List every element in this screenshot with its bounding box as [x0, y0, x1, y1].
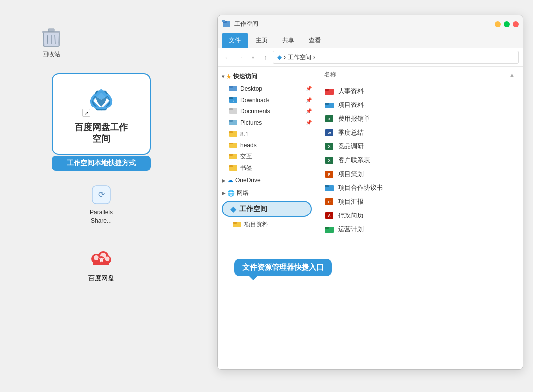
close-btn[interactable]	[513, 21, 519, 27]
nav-item-project[interactable]: 项目资料	[218, 219, 316, 230]
file-item-huibao[interactable]: P 项目汇报	[324, 195, 515, 209]
svg-rect-22	[229, 86, 233, 88]
file-item-jianli[interactable]: A 行政简历	[324, 209, 515, 222]
folder-81-icon	[229, 130, 237, 138]
nav-pane: ▾ ★ 快速访问 Desktop 📌 ↓ Dow	[218, 67, 316, 369]
file-icon-kehu: X	[324, 155, 334, 165]
baidu-pan-icon[interactable]: 百 百度网盘	[87, 244, 115, 283]
folder-project-icon	[233, 220, 241, 229]
svg-rect-35	[229, 143, 233, 144]
file-item-xiangmucehua[interactable]: P 项目策划	[324, 167, 515, 181]
svg-text:X: X	[328, 159, 331, 162]
nav-item-heads[interactable]: heads	[218, 140, 316, 151]
nav-item-81[interactable]: 8.1	[218, 128, 316, 140]
svg-line-3	[47, 35, 48, 44]
baidu-workspace-box[interactable]: ↗ 百度网盘工作 空间	[52, 73, 151, 155]
address-workspace: 工作空间	[288, 53, 311, 62]
title-bar-icon	[222, 18, 231, 30]
tab-share[interactable]: 共享	[275, 33, 302, 48]
onedrive-label: OneDrive	[235, 177, 261, 184]
svg-rect-41	[233, 222, 237, 224]
svg-rect-29	[230, 111, 233, 111]
nav-bar: ← → ▾ ↑ ◆ › 工作空间 ›	[218, 48, 523, 67]
forward-button[interactable]: →	[234, 52, 245, 63]
folder-jiaohu-icon	[229, 152, 237, 161]
address-separator: ›	[284, 54, 286, 61]
folder-desktop-icon	[229, 84, 237, 93]
file-name-kehu: 客户联系表	[338, 156, 370, 165]
svg-rect-45	[325, 103, 329, 105]
file-item-yunyingjihua[interactable]: 运营计划	[324, 222, 515, 236]
baidu-pan-svg: 百	[88, 245, 114, 271]
svg-point-15	[105, 256, 110, 261]
folder-heads-icon	[229, 141, 237, 149]
file-item-renshiziliao[interactable]: 人事资料	[324, 84, 515, 98]
svg-text:P: P	[328, 173, 331, 176]
svg-text:↓: ↓	[232, 99, 234, 102]
nav-item-workspace[interactable]: ◆ 工作空间	[222, 201, 312, 217]
sort-icon[interactable]: ▲	[509, 72, 515, 78]
file-icon-renshiziliao	[324, 86, 334, 96]
svg-rect-28	[230, 110, 232, 110]
title-bar-title: 工作空间	[234, 20, 492, 28]
nav-item-downloads[interactable]: ↓ Downloads 📌	[218, 94, 316, 106]
file-name-jingpin: 竞品调研	[338, 142, 364, 151]
parallels-share-icon[interactable]: ⟳ Parallels Share...	[89, 183, 113, 224]
maximize-btn[interactable]	[504, 21, 510, 27]
file-name-huibao: 项目汇报	[338, 197, 364, 206]
nav-item-desktop-label: Desktop	[240, 85, 262, 92]
nav-item-downloads-label: Downloads	[240, 97, 269, 104]
svg-line-5	[55, 35, 55, 44]
quick-access-header[interactable]: ▾ ★ 快速访问	[218, 71, 316, 83]
file-icon-jianli: A	[324, 211, 334, 220]
file-item-feiyong[interactable]: X 费用报销单	[324, 112, 515, 126]
folder-downloads-icon: ↓	[229, 96, 237, 104]
file-item-jidu[interactable]: W 季度总结	[324, 126, 515, 140]
back-button[interactable]: ←	[222, 52, 232, 63]
address-bar-icon: ◆	[277, 54, 282, 61]
explorer-callout: 文件资源管理器快捷入口	[234, 259, 332, 276]
onedrive-icon: ☁	[228, 177, 233, 184]
nav-item-documents[interactable]: Documents 📌	[218, 106, 316, 117]
ribbon: 文件 主页 共享 查看	[218, 33, 523, 48]
svg-rect-43	[325, 89, 329, 91]
tab-file[interactable]: 文件	[222, 33, 248, 48]
file-item-hetong[interactable]: 项目合作协议书	[324, 181, 515, 195]
file-name-jidu: 季度总结	[338, 128, 364, 137]
address-bar[interactable]: ◆ › 工作空间 ›	[273, 51, 519, 64]
baidu-workspace-container: ↗ 百度网盘工作 空间 工作空间本地快捷方式	[52, 73, 151, 171]
parallels-label-line2: Share...	[91, 217, 112, 224]
nav-item-jiaohu[interactable]: 交互	[218, 151, 316, 162]
svg-rect-20	[222, 20, 225, 22]
tab-home[interactable]: 主页	[248, 33, 275, 48]
recycle-bin-icon[interactable]: 回收站	[39, 25, 63, 59]
up-button[interactable]: ↑	[260, 52, 271, 63]
onedrive-header[interactable]: ▶ ☁ OneDrive	[218, 176, 316, 185]
svg-rect-63	[325, 227, 329, 229]
nav-item-pictures[interactable]: Pictures 📌	[218, 117, 316, 128]
file-item-kehu[interactable]: X 客户联系表	[324, 153, 515, 167]
file-item-xiangmuziliao[interactable]: 项目资料	[324, 98, 515, 112]
file-name-jianli: 行政简历	[338, 211, 364, 220]
nav-item-shuqian-label: 书签	[240, 164, 252, 172]
minimize-btn[interactable]	[495, 21, 501, 27]
pin-icon: 📌	[306, 86, 312, 91]
file-icon-huibao: P	[324, 197, 334, 207]
chevron-down-icon: ▾	[222, 74, 224, 79]
nav-item-desktop[interactable]: Desktop 📌	[218, 83, 316, 94]
nav-item-documents-label: Documents	[240, 108, 270, 115]
file-name-hetong: 项目合作协议书	[338, 183, 383, 192]
file-list-header: 名称 ▲	[324, 71, 515, 81]
chevron-right-network-icon: ▶	[222, 190, 226, 196]
workspace-shortcut-badge[interactable]: 工作空间本地快捷方式	[52, 156, 151, 171]
quick-access-star-icon: ★	[226, 73, 231, 80]
file-item-jingpin[interactable]: X 竞品调研	[324, 140, 515, 153]
tab-view[interactable]: 查看	[302, 33, 328, 48]
address-chevron: ›	[313, 54, 315, 61]
nav-item-shuqian[interactable]: 书签	[218, 162, 316, 174]
col-name: 名称	[324, 71, 336, 79]
network-header[interactable]: ▶ 🌐 网络	[218, 187, 316, 199]
svg-text:W: W	[328, 131, 331, 135]
svg-rect-37	[229, 154, 233, 156]
down-button[interactable]: ▾	[247, 52, 258, 63]
